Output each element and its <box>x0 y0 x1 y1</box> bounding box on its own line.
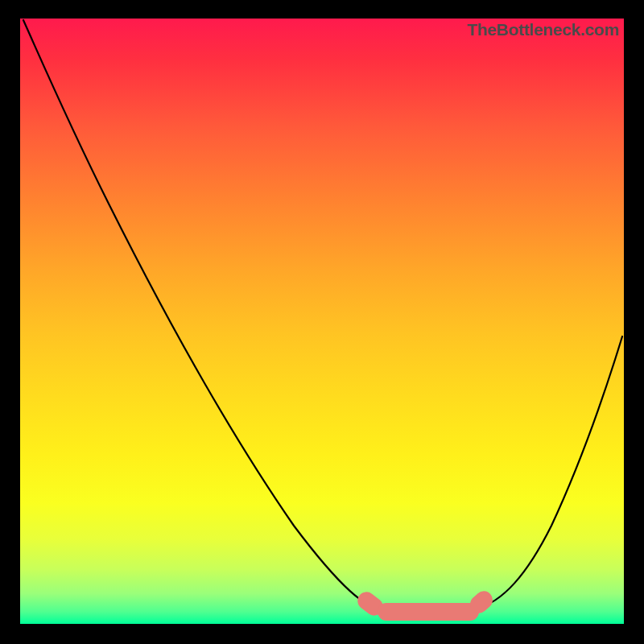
curve-left-branch <box>23 20 382 610</box>
optimal-range-marker-center <box>378 603 479 621</box>
curve-right-branch <box>475 336 622 609</box>
bottleneck-curve <box>20 19 624 624</box>
chart-plot-area: TheBottleneck.com <box>20 19 624 624</box>
